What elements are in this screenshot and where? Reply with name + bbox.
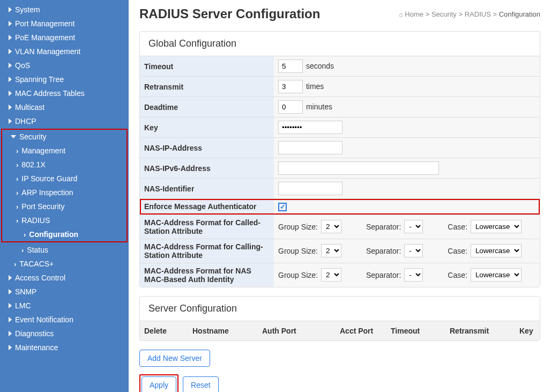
caret-right-icon [9,35,12,40]
group-size-select-1[interactable]: 2 [321,220,341,233]
nas-id-input[interactable] [278,182,342,195]
chevron-right-icon: › [16,217,18,225]
sidebar-item-label: RADIUS [21,216,50,225]
breadcrumb-radius[interactable]: RADIUS [465,10,491,18]
separator-label: Separator: [366,247,401,255]
group-size-label: Group Size: [278,247,318,255]
apply-highlight-box: Apply [139,374,178,393]
server-config-title: Server Configuration [140,297,540,321]
sidebar: System Port Management PoE Management VL… [0,0,129,392]
chevron-right-icon: › [14,260,16,268]
separator-select-2[interactable]: - [404,244,423,257]
chevron-right-icon: › [16,189,18,197]
sidebar-item-radius[interactable]: ›RADIUS [2,213,126,227]
sidebar-item-label: ARP Inspection [21,188,73,197]
reset-button[interactable]: Reset [183,376,219,393]
caret-right-icon [9,77,12,82]
caret-right-icon [9,105,12,110]
deadtime-unit: minutes [306,102,332,111]
nas-ipv6-input[interactable] [278,161,439,175]
case-select-2[interactable]: Lowercase [471,244,522,257]
col-retransmit: Retransmit [445,321,515,341]
sidebar-item-label: Security [19,132,47,141]
sidebar-item-vlan-management[interactable]: VLAN Management [0,45,129,58]
separator-select-1[interactable]: - [404,220,423,233]
sidebar-item-label: Port Management [15,19,75,28]
retransmit-input[interactable] [278,80,303,93]
sidebar-item-8021x[interactable]: ›802.1X [2,158,126,172]
nav-top-group: System Port Management PoE Management VL… [0,3,129,128]
sidebar-item-arp-inspection[interactable]: ›ARP Inspection [2,186,126,199]
sidebar-item-port-security[interactable]: ›Port Security [2,199,126,213]
separator-label: Separator: [366,223,401,231]
case-label: Case: [448,223,467,231]
group-size-label: Group Size: [278,223,318,231]
sidebar-item-poe-management[interactable]: PoE Management [0,31,129,45]
sidebar-item-label: MAC Address Tables [15,89,85,98]
sidebar-item-multicast[interactable]: Multicast [0,100,129,114]
col-key: Key [515,321,540,341]
group-size-select-3[interactable]: 2 [321,268,341,282]
nas-ipv6-label: NAS-IPv6-Address [140,158,274,179]
timeout-input[interactable] [278,60,303,73]
chevron-right-icon: › [16,161,18,169]
nas-id-label: NAS-Identifier [140,179,274,199]
row-enforce-authenticator: Enforce Message Authenticator ✓ [140,199,540,215]
breadcrumb-security[interactable]: Security [431,10,457,18]
deadtime-input[interactable] [278,100,303,114]
key-label: Key [140,117,274,138]
breadcrumb-home[interactable]: Home [405,10,423,18]
group-size-select-2[interactable]: 2 [321,244,341,257]
server-config-panel: Server Configuration Delete Hostname Aut… [139,296,540,341]
deadtime-label: Deadtime [140,97,274,117]
sidebar-item-label: Event Notification [15,315,73,324]
sidebar-item-port-management[interactable]: Port Management [0,17,129,31]
breadcrumb-current: Configuration [499,10,540,18]
sidebar-item-dhcp[interactable]: DHCP [0,114,129,128]
sidebar-item-diagnostics[interactable]: Diagnostics [0,327,129,341]
main-content: RADIUS Server Configuration ⌂ Home > Sec… [129,0,551,392]
sidebar-item-system[interactable]: System [0,3,129,17]
sidebar-item-event-notification[interactable]: Event Notification [0,313,129,327]
sidebar-item-label: IP Source Guard [21,174,77,183]
caret-right-icon [9,345,12,350]
sidebar-item-access-control[interactable]: Access Control [0,271,129,285]
sidebar-item-tacacs[interactable]: ›TACACS+ [0,257,129,271]
chevron-right-icon: › [16,203,18,211]
sidebar-item-radius-status[interactable]: ›Status [0,243,129,257]
sidebar-item-label: LMC [15,301,31,310]
sidebar-item-lmc[interactable]: LMC [0,299,129,313]
nas-ip-label: NAS-IP-Address [140,138,274,158]
caret-right-icon [9,317,12,322]
sidebar-item-label: Port Security [21,202,64,211]
case-select-3[interactable]: Lowercase [471,268,522,282]
sidebar-item-ip-source-guard[interactable]: ›IP Source Guard [2,172,126,186]
page-title: RADIUS Server Configuration [139,6,320,21]
add-new-server-button[interactable]: Add New Server [139,350,210,367]
sidebar-item-maintenance[interactable]: Maintenance [0,341,129,354]
apply-button[interactable]: Apply [142,376,176,393]
enforce-checkbox[interactable]: ✓ [278,203,287,211]
group-size-label: Group Size: [278,271,318,279]
sidebar-item-snmp[interactable]: SNMP [0,285,129,299]
key-input[interactable] [278,121,342,134]
col-timeout: Timeout [386,321,445,341]
sidebar-item-mac-tables[interactable]: MAC Address Tables [0,86,129,100]
row-nas-identifier: NAS-Identifier [140,179,540,199]
sidebar-item-spanning-tree[interactable]: Spanning Tree [0,72,129,86]
nas-ip-input[interactable] [278,141,342,154]
separator-select-3[interactable]: - [404,268,423,282]
mac3-label: MAC-Address Format for NAS MAC-Based Aut… [140,263,274,287]
row-mac-calling-station: MAC-Address Format for Calling-Station A… [140,239,540,263]
caret-right-icon [9,119,12,124]
row-mac-called-station: MAC-Address Format for Called-Station At… [140,215,540,239]
case-select-1[interactable]: Lowercase [471,220,522,233]
sidebar-item-security[interactable]: Security [2,130,126,144]
sidebar-item-management[interactable]: ›Management [2,144,126,158]
mac1-label: MAC-Address Format for Called-Station At… [140,215,274,239]
mac2-label: MAC-Address Format for Calling-Station A… [140,239,274,263]
sidebar-item-label: TACACS+ [19,260,54,268]
sidebar-item-qos[interactable]: QoS [0,58,129,72]
retransmit-label: Retransmit [140,77,274,97]
sidebar-item-radius-configuration[interactable]: ›Configuration [2,227,126,241]
